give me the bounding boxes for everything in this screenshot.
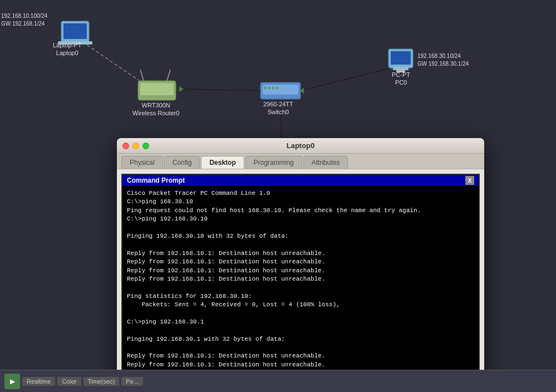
svg-line-4 <box>299 67 395 91</box>
realtime-button[interactable]: Realtime <box>22 377 55 386</box>
window-content: Command Prompt X Cisco Packet Tracer PC … <box>117 169 484 391</box>
svg-marker-2 <box>179 86 184 92</box>
close-button[interactable] <box>122 143 129 149</box>
svg-line-13 <box>140 70 144 81</box>
tab-config[interactable]: Config <box>164 156 200 169</box>
play-button[interactable]: ▶ <box>4 374 20 389</box>
cmd-close-button[interactable]: X <box>465 176 474 185</box>
laptop-device-label: Laptop-PT Laptop0 <box>53 41 81 57</box>
tab-desktop[interactable]: Desktop <box>201 156 244 169</box>
time-button[interactable]: Time(sec) <box>83 377 119 386</box>
svg-line-0 <box>82 42 147 86</box>
svg-rect-12 <box>140 83 174 95</box>
bottom-bar: ▶ Realtime Color Time(sec) Pe... <box>0 370 556 392</box>
svg-rect-18 <box>268 87 270 89</box>
command-prompt-container: Command Prompt X Cisco Packet Tracer PC … <box>121 174 480 386</box>
play-icon: ▶ <box>10 378 15 385</box>
router-device-label: WRT300N Wireless Router0 <box>132 101 179 117</box>
maximize-button[interactable] <box>142 143 149 149</box>
cmd-title: Command Prompt <box>127 177 185 184</box>
window-title: Laptop0 <box>287 141 315 150</box>
laptop-ip-label: 192.168.10.100/24 GW 192.168.1/24 <box>1 12 47 28</box>
pe-button[interactable]: Pe... <box>121 377 143 386</box>
svg-line-14 <box>167 70 170 81</box>
svg-rect-23 <box>393 67 409 70</box>
svg-rect-17 <box>264 87 267 89</box>
svg-rect-22 <box>391 51 411 65</box>
network-svg <box>0 0 556 150</box>
switch-device-label: 2960-24TT Switch0 <box>263 100 293 116</box>
cmd-titlebar: Command Prompt X <box>122 175 479 186</box>
tab-physical[interactable]: Physical <box>121 156 163 169</box>
color-button[interactable]: Color <box>57 377 81 386</box>
svg-rect-19 <box>272 87 274 89</box>
pc-ip-label: 192.168.30.10/24 GW 192.168.30.1/24 <box>417 52 469 68</box>
svg-rect-20 <box>276 87 278 89</box>
cmd-body[interactable]: Cisco Packet Tracer PC Command Line 1.0 … <box>122 186 479 385</box>
tab-programming[interactable]: Programming <box>245 156 302 169</box>
tab-attributes[interactable]: Attributes <box>303 156 348 169</box>
minimize-button[interactable] <box>132 143 139 149</box>
pc-device-label: PC-PT PC0 <box>392 71 410 87</box>
window-titlebar: Laptop0 <box>117 138 484 154</box>
window-tabs: Physical Config Desktop Programming Attr… <box>117 154 484 169</box>
laptop-window: Laptop0 Physical Config Desktop Programm… <box>117 138 484 392</box>
svg-rect-16 <box>263 85 298 95</box>
svg-rect-10 <box>63 23 87 39</box>
traffic-lights <box>122 143 149 149</box>
svg-line-1 <box>184 89 260 91</box>
